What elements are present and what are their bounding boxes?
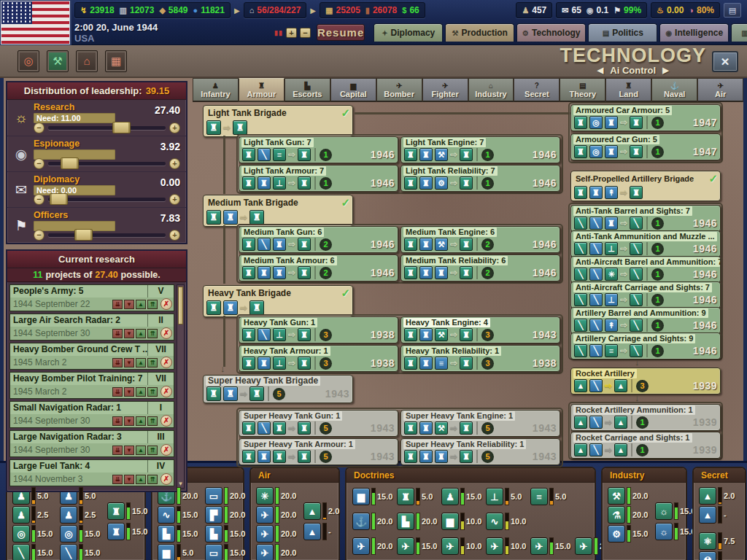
tech-tab-air[interactable]: ✈Air [697, 78, 743, 102]
tech-summary-item[interactable]: ♜15.0 [107, 502, 148, 520]
tech-box[interactable]: Super Heavy Tank Reliability: 1♜♜♜⇨♜5194… [400, 438, 560, 465]
main-tab-politics[interactable]: ▤Politics [588, 23, 657, 42]
cancel-research-button[interactable]: ✗ [160, 473, 172, 485]
tech-summary-item[interactable]: ✈15.0 [397, 537, 438, 555]
tech-summary-item[interactable]: ☼15.0 [655, 502, 696, 520]
tech-summary-item[interactable]: ⚒20.0 [608, 487, 649, 505]
priority-top-button[interactable]: ⇈ [147, 329, 158, 338]
research-item[interactable]: Large Navigation Radar: 3III1944 Septemb… [9, 430, 174, 457]
menu-button[interactable]: ▤ [724, 3, 741, 18]
research-item[interactable]: Large Air Search Radar: 2II1944 Septembe… [9, 314, 174, 341]
research-item[interactable]: Small Navigation Radar: 1I1944 September… [9, 401, 174, 428]
tech-summary-item[interactable]: ▆15.0 [352, 488, 393, 505]
cancel-research-button[interactable]: ✗ [160, 415, 172, 427]
tech-box[interactable]: Super Heavy Tank Engine: 1♜♜⚒⇨♜51943 [400, 410, 560, 437]
tech-box[interactable]: Light Tank Engine: 7♜♜⚒⇨♜11946 [400, 136, 560, 163]
cancel-research-button[interactable]: ✗ [160, 327, 172, 339]
slider-track[interactable] [48, 198, 166, 201]
tech-summary-item[interactable]: ♟2.5 [12, 506, 53, 524]
tech-tab-naval[interactable]: ⚓Naval [651, 78, 697, 102]
tech-summary-item[interactable]: ♜5.0 [397, 488, 438, 505]
arrow-left-icon[interactable]: ◀ [597, 66, 603, 75]
tech-tab-escorts[interactable]: ▙Escorts [285, 78, 330, 102]
main-tab-statistics[interactable]: ▥Statistics [731, 23, 747, 42]
priority-up-button[interactable]: ▲ [136, 446, 146, 455]
tech-summary-item[interactable]: ◎15.0 [60, 525, 101, 542]
research-item[interactable]: Heavy Bomber Pilot Training: 7VII1945 Ma… [9, 372, 174, 399]
priority-bottom-button[interactable]: ⇊ [112, 358, 123, 368]
priority-down-button[interactable]: ▼ [124, 387, 134, 397]
tech-box[interactable]: Super Heavy Tank Armour: 1♜♜♜⇨♜51943 [239, 438, 398, 465]
tech-box[interactable]: Medium Tank Brigade✓♜♜⇨♜ [203, 195, 353, 227]
priority-up-button[interactable]: ▲ [136, 358, 146, 368]
tech-box[interactable]: Anti-Aircraft Barrel and Ammunition: 7╲╲… [570, 256, 721, 283]
tech-box[interactable]: Self-Propelled Artillery Brigade✓♜♜↟⇨♜ [570, 171, 721, 201]
priority-up-button[interactable]: ▲ [136, 329, 146, 338]
tech-summary-item[interactable]: ⊥5.0 [486, 488, 527, 505]
tech-summary-item[interactable]: ✈10.0 [441, 537, 482, 555]
priority-bottom-button[interactable]: ⇊ [112, 416, 123, 426]
slider-track[interactable] [48, 233, 166, 237]
pause-icon[interactable]: ▮▮ [274, 29, 283, 36]
tech-summary-item[interactable]: ▲- [303, 523, 344, 540]
tech-box[interactable]: Heavy Tank Gun: 1♜╲⊥⇨♜31938 [239, 316, 398, 343]
slider-decrease-button[interactable]: − [34, 158, 44, 169]
tech-box[interactable]: Artillery Barrel and Ammunition: 9╲╲↟⇨╲1… [570, 307, 721, 334]
priority-up-button[interactable]: ▲ [136, 300, 146, 309]
tech-summary-item[interactable]: ✈15.0 [530, 537, 571, 555]
priority-top-button[interactable]: ⇈ [147, 358, 158, 368]
tech-tab-bomber[interactable]: ✈Bomber [376, 78, 422, 102]
speed-down-button[interactable]: − [300, 28, 311, 38]
tech-tab-land[interactable]: ♜Land [605, 78, 651, 102]
tech-summary-item[interactable]: ▙15.0 [158, 525, 198, 542]
tech-box[interactable]: Super Heavy Tank Gun: 1♜╲♜⇨♜51943 [239, 410, 398, 437]
tech-summary-item[interactable]: ╲15.0 [12, 544, 53, 560]
priority-top-button[interactable]: ⇈ [147, 446, 158, 455]
slider-increase-button[interactable]: + [169, 194, 180, 205]
priority-top-button[interactable]: ⇈ [147, 300, 158, 309]
main-tab-diplomacy[interactable]: ✦Diplomacy [374, 23, 443, 42]
tech-box[interactable]: Medium Tank Armour: 6♜♜♜⇨♜21946 [239, 254, 398, 281]
tech-summary-item[interactable]: ☢- [699, 551, 740, 560]
tech-summary-item[interactable]: ▭20.0 [205, 487, 246, 505]
tech-summary-item[interactable]: ✈20.0 [352, 537, 393, 555]
priority-down-button[interactable]: ▼ [124, 329, 134, 338]
tech-summary-item[interactable]: ⚛7.5 [699, 532, 740, 550]
ai-control-selector[interactable]: ◀ Ai Control ▶ [560, 65, 706, 76]
cancel-research-button[interactable]: ✗ [160, 298, 172, 310]
research-item[interactable]: Heavy Bomber Ground Crew T ...VII1945 Ma… [9, 343, 174, 370]
tech-tab-theory[interactable]: ▤Theory [560, 78, 605, 102]
slider-track[interactable] [48, 162, 166, 166]
tech-summary-item[interactable]: ╲15.0 [60, 544, 101, 560]
slider-decrease-button[interactable]: − [34, 194, 44, 205]
arrow-right-icon[interactable]: ▶ [662, 66, 668, 75]
priority-bottom-button[interactable]: ⇊ [112, 329, 123, 338]
tech-box[interactable]: Light Tank Reliability: 7♜♜⚙⇨♜11946 [400, 165, 560, 192]
scrollbar-down-icon[interactable]: ▼ [177, 481, 184, 487]
research-scrollbar[interactable]: ▼ [177, 284, 185, 489]
tech-summary-item[interactable]: ▭15.0 [205, 544, 246, 560]
close-button[interactable]: ✕ [712, 51, 738, 72]
slider-decrease-button[interactable]: − [34, 122, 44, 133]
tech-summary-item[interactable]: ◎15.0 [12, 525, 53, 542]
priority-bottom-button[interactable]: ⇊ [112, 300, 123, 309]
tech-box[interactable]: Heavy Tank Engine: 4♜♜⚒⇨♜31943 [400, 316, 560, 343]
tech-box[interactable]: Medium Tank Reliability: 6♜♜♜⇨♜21946 [400, 254, 560, 281]
priority-bottom-button[interactable]: ⇊ [112, 387, 123, 397]
cancel-research-button[interactable]: ✗ [160, 386, 172, 397]
tech-box[interactable]: Anti-Tank Barrel and Sights: 7╲╲♜⇨╲11946 [570, 205, 721, 232]
tech-summary-item[interactable]: ⚓20.0 [352, 513, 393, 530]
main-tab-technology[interactable]: ⚙Technology [516, 23, 586, 42]
tech-box[interactable]: Medium Tank Engine: 6♜♜⚒⇨♜21946 [400, 226, 560, 253]
tech-box[interactable]: Super Heavy Tank Brigade♜♜⇨♜51943 [203, 375, 353, 403]
slider-track[interactable] [48, 126, 166, 130]
slider-increase-button[interactable]: + [169, 158, 180, 169]
tech-summary-item[interactable]: ▲2.0 [699, 487, 740, 505]
cancel-research-button[interactable]: ✗ [160, 357, 172, 368]
tech-tab-secret[interactable]: ?Secret [514, 78, 560, 102]
tech-box[interactable]: Medium Tank Gun: 6♜╲♜⇨♜21946 [239, 226, 398, 253]
tech-summary-item[interactable]: ✳20.0 [256, 487, 297, 505]
tech-tab-capital[interactable]: ▆Capital [330, 78, 376, 102]
tech-tab-industry[interactable]: ⌂Industry [468, 78, 514, 102]
tech-summary-item[interactable]: ⚙15.0 [608, 525, 649, 542]
